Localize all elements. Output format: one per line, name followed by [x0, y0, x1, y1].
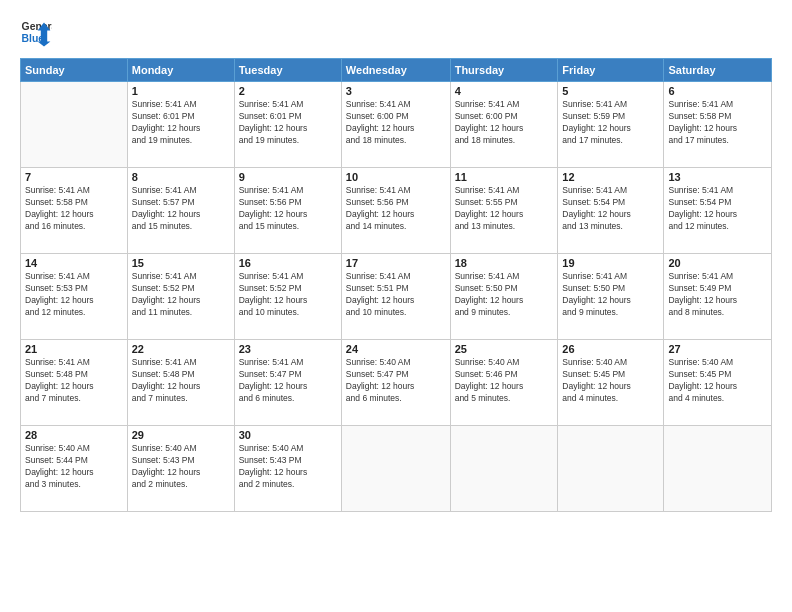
- day-number: 22: [132, 343, 230, 355]
- day-info: Sunrise: 5:40 AM Sunset: 5:43 PM Dayligh…: [132, 443, 230, 491]
- logo: General Blue: [20, 16, 52, 48]
- day-info: Sunrise: 5:41 AM Sunset: 5:50 PM Dayligh…: [562, 271, 659, 319]
- day-info: Sunrise: 5:40 AM Sunset: 5:45 PM Dayligh…: [668, 357, 767, 405]
- calendar-cell: 21Sunrise: 5:41 AM Sunset: 5:48 PM Dayli…: [21, 340, 128, 426]
- calendar-header-row: SundayMondayTuesdayWednesdayThursdayFrid…: [21, 59, 772, 82]
- day-number: 15: [132, 257, 230, 269]
- day-info: Sunrise: 5:41 AM Sunset: 5:55 PM Dayligh…: [455, 185, 554, 233]
- day-info: Sunrise: 5:41 AM Sunset: 5:49 PM Dayligh…: [668, 271, 767, 319]
- calendar-cell: [450, 426, 558, 512]
- day-info: Sunrise: 5:41 AM Sunset: 5:48 PM Dayligh…: [25, 357, 123, 405]
- day-info: Sunrise: 5:41 AM Sunset: 5:54 PM Dayligh…: [668, 185, 767, 233]
- calendar: SundayMondayTuesdayWednesdayThursdayFrid…: [20, 58, 772, 512]
- calendar-week-3: 14Sunrise: 5:41 AM Sunset: 5:53 PM Dayli…: [21, 254, 772, 340]
- day-number: 29: [132, 429, 230, 441]
- calendar-cell: 17Sunrise: 5:41 AM Sunset: 5:51 PM Dayli…: [341, 254, 450, 340]
- day-info: Sunrise: 5:40 AM Sunset: 5:47 PM Dayligh…: [346, 357, 446, 405]
- calendar-cell: 12Sunrise: 5:41 AM Sunset: 5:54 PM Dayli…: [558, 168, 664, 254]
- calendar-cell: 13Sunrise: 5:41 AM Sunset: 5:54 PM Dayli…: [664, 168, 772, 254]
- calendar-cell: 28Sunrise: 5:40 AM Sunset: 5:44 PM Dayli…: [21, 426, 128, 512]
- calendar-cell: 18Sunrise: 5:41 AM Sunset: 5:50 PM Dayli…: [450, 254, 558, 340]
- day-info: Sunrise: 5:41 AM Sunset: 6:00 PM Dayligh…: [455, 99, 554, 147]
- calendar-cell: [558, 426, 664, 512]
- calendar-cell: 20Sunrise: 5:41 AM Sunset: 5:49 PM Dayli…: [664, 254, 772, 340]
- day-info: Sunrise: 5:41 AM Sunset: 5:48 PM Dayligh…: [132, 357, 230, 405]
- calendar-week-2: 7Sunrise: 5:41 AM Sunset: 5:58 PM Daylig…: [21, 168, 772, 254]
- calendar-cell: [341, 426, 450, 512]
- calendar-cell: 27Sunrise: 5:40 AM Sunset: 5:45 PM Dayli…: [664, 340, 772, 426]
- day-info: Sunrise: 5:40 AM Sunset: 5:45 PM Dayligh…: [562, 357, 659, 405]
- calendar-cell: 4Sunrise: 5:41 AM Sunset: 6:00 PM Daylig…: [450, 82, 558, 168]
- calendar-cell: 8Sunrise: 5:41 AM Sunset: 5:57 PM Daylig…: [127, 168, 234, 254]
- day-number: 28: [25, 429, 123, 441]
- calendar-cell: 11Sunrise: 5:41 AM Sunset: 5:55 PM Dayli…: [450, 168, 558, 254]
- day-number: 12: [562, 171, 659, 183]
- day-info: Sunrise: 5:41 AM Sunset: 6:00 PM Dayligh…: [346, 99, 446, 147]
- day-info: Sunrise: 5:41 AM Sunset: 5:56 PM Dayligh…: [346, 185, 446, 233]
- day-header-wednesday: Wednesday: [341, 59, 450, 82]
- calendar-cell: 30Sunrise: 5:40 AM Sunset: 5:43 PM Dayli…: [234, 426, 341, 512]
- day-number: 4: [455, 85, 554, 97]
- calendar-cell: 25Sunrise: 5:40 AM Sunset: 5:46 PM Dayli…: [450, 340, 558, 426]
- day-number: 2: [239, 85, 337, 97]
- day-number: 13: [668, 171, 767, 183]
- day-info: Sunrise: 5:40 AM Sunset: 5:43 PM Dayligh…: [239, 443, 337, 491]
- calendar-cell: 7Sunrise: 5:41 AM Sunset: 5:58 PM Daylig…: [21, 168, 128, 254]
- day-number: 19: [562, 257, 659, 269]
- day-info: Sunrise: 5:40 AM Sunset: 5:44 PM Dayligh…: [25, 443, 123, 491]
- day-info: Sunrise: 5:41 AM Sunset: 5:57 PM Dayligh…: [132, 185, 230, 233]
- day-info: Sunrise: 5:41 AM Sunset: 5:56 PM Dayligh…: [239, 185, 337, 233]
- day-header-saturday: Saturday: [664, 59, 772, 82]
- day-info: Sunrise: 5:41 AM Sunset: 5:59 PM Dayligh…: [562, 99, 659, 147]
- day-info: Sunrise: 5:41 AM Sunset: 6:01 PM Dayligh…: [132, 99, 230, 147]
- day-number: 6: [668, 85, 767, 97]
- day-info: Sunrise: 5:41 AM Sunset: 5:47 PM Dayligh…: [239, 357, 337, 405]
- day-header-thursday: Thursday: [450, 59, 558, 82]
- calendar-cell: 2Sunrise: 5:41 AM Sunset: 6:01 PM Daylig…: [234, 82, 341, 168]
- day-info: Sunrise: 5:41 AM Sunset: 5:50 PM Dayligh…: [455, 271, 554, 319]
- day-info: Sunrise: 5:41 AM Sunset: 5:58 PM Dayligh…: [25, 185, 123, 233]
- day-header-monday: Monday: [127, 59, 234, 82]
- calendar-cell: 3Sunrise: 5:41 AM Sunset: 6:00 PM Daylig…: [341, 82, 450, 168]
- day-number: 26: [562, 343, 659, 355]
- calendar-cell: 26Sunrise: 5:40 AM Sunset: 5:45 PM Dayli…: [558, 340, 664, 426]
- header: General Blue: [20, 16, 772, 48]
- day-header-tuesday: Tuesday: [234, 59, 341, 82]
- calendar-cell: 10Sunrise: 5:41 AM Sunset: 5:56 PM Dayli…: [341, 168, 450, 254]
- day-number: 18: [455, 257, 554, 269]
- day-number: 21: [25, 343, 123, 355]
- day-number: 24: [346, 343, 446, 355]
- day-info: Sunrise: 5:40 AM Sunset: 5:46 PM Dayligh…: [455, 357, 554, 405]
- day-info: Sunrise: 5:41 AM Sunset: 6:01 PM Dayligh…: [239, 99, 337, 147]
- day-number: 9: [239, 171, 337, 183]
- day-number: 27: [668, 343, 767, 355]
- day-number: 14: [25, 257, 123, 269]
- calendar-cell: [664, 426, 772, 512]
- calendar-cell: 16Sunrise: 5:41 AM Sunset: 5:52 PM Dayli…: [234, 254, 341, 340]
- calendar-cell: 29Sunrise: 5:40 AM Sunset: 5:43 PM Dayli…: [127, 426, 234, 512]
- calendar-cell: 9Sunrise: 5:41 AM Sunset: 5:56 PM Daylig…: [234, 168, 341, 254]
- day-number: 1: [132, 85, 230, 97]
- day-header-friday: Friday: [558, 59, 664, 82]
- day-info: Sunrise: 5:41 AM Sunset: 5:58 PM Dayligh…: [668, 99, 767, 147]
- day-header-sunday: Sunday: [21, 59, 128, 82]
- calendar-week-4: 21Sunrise: 5:41 AM Sunset: 5:48 PM Dayli…: [21, 340, 772, 426]
- day-number: 25: [455, 343, 554, 355]
- calendar-cell: 1Sunrise: 5:41 AM Sunset: 6:01 PM Daylig…: [127, 82, 234, 168]
- day-number: 23: [239, 343, 337, 355]
- calendar-cell: 5Sunrise: 5:41 AM Sunset: 5:59 PM Daylig…: [558, 82, 664, 168]
- calendar-week-1: 1Sunrise: 5:41 AM Sunset: 6:01 PM Daylig…: [21, 82, 772, 168]
- day-info: Sunrise: 5:41 AM Sunset: 5:52 PM Dayligh…: [239, 271, 337, 319]
- calendar-cell: 22Sunrise: 5:41 AM Sunset: 5:48 PM Dayli…: [127, 340, 234, 426]
- day-number: 3: [346, 85, 446, 97]
- day-info: Sunrise: 5:41 AM Sunset: 5:52 PM Dayligh…: [132, 271, 230, 319]
- day-info: Sunrise: 5:41 AM Sunset: 5:51 PM Dayligh…: [346, 271, 446, 319]
- day-number: 11: [455, 171, 554, 183]
- day-number: 5: [562, 85, 659, 97]
- logo-icon: General Blue: [20, 16, 52, 48]
- day-info: Sunrise: 5:41 AM Sunset: 5:53 PM Dayligh…: [25, 271, 123, 319]
- calendar-cell: 19Sunrise: 5:41 AM Sunset: 5:50 PM Dayli…: [558, 254, 664, 340]
- calendar-cell: 24Sunrise: 5:40 AM Sunset: 5:47 PM Dayli…: [341, 340, 450, 426]
- calendar-cell: 14Sunrise: 5:41 AM Sunset: 5:53 PM Dayli…: [21, 254, 128, 340]
- day-number: 8: [132, 171, 230, 183]
